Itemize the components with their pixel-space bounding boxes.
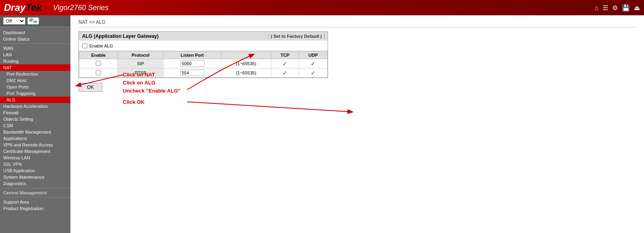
rtsp-port-input[interactable] — [180, 70, 204, 76]
sidebar-item-ssl-vpn[interactable]: SSL VPN — [0, 161, 70, 167]
sidebar-top: Off IPv6 — [0, 15, 70, 27]
col-tcp: TCP — [271, 52, 299, 59]
sidebar-item-csm[interactable]: CSM — [0, 122, 70, 129]
sidebar: Off IPv6 Dashboard Online Status WAN LAN… — [0, 15, 70, 233]
rtsp-port-cell — [163, 68, 221, 78]
col-range — [221, 52, 271, 59]
rtsp-tcp-cell: ✓ — [271, 68, 299, 78]
sidebar-item-dmz-host[interactable]: DMZ Host — [0, 77, 70, 84]
sidebar-item-bandwidth-management[interactable]: Bandwidth Management — [0, 129, 70, 135]
annotation-click-ok: Click OK — [123, 99, 144, 105]
sidebar-item-applications[interactable]: Applications — [0, 135, 70, 142]
sidebar-item-online-status[interactable]: Online Status — [0, 36, 70, 42]
menu-icon[interactable]: ☰ — [603, 4, 608, 12]
sidebar-item-wireless[interactable]: Wireless LAN — [0, 155, 70, 161]
sidebar-item-usb[interactable]: USB Application — [0, 167, 70, 174]
logo: DrayTek — [4, 2, 42, 13]
sidebar-item-objects-setting[interactable]: Objects Setting — [0, 116, 70, 122]
sidebar-item-lan[interactable]: LAN — [0, 52, 70, 58]
dropdown-off[interactable]: Off — [3, 17, 25, 25]
alg-container: ALG (Application Layer Gateway) | Set to… — [78, 31, 328, 78]
set-factory-link[interactable]: | Set to Factory Default | — [268, 34, 324, 39]
col-protocol: Protocol — [118, 52, 163, 59]
table-row: RTSP (1~65535) ✓ ✓ — [79, 68, 328, 78]
rtsp-tcp-check: ✓ — [283, 70, 287, 76]
sidebar-item-hardware-acceleration[interactable]: Hardware Acceleration — [0, 103, 70, 109]
sip-enable-checkbox[interactable] — [96, 61, 101, 66]
alg-header: ALG (Application Layer Gateway) | Set to… — [79, 32, 328, 41]
rtsp-enable-checkbox[interactable] — [96, 70, 101, 75]
col-udp: UDP — [299, 52, 327, 59]
logout-icon[interactable]: ⏏ — [634, 4, 640, 12]
rtsp-udp-cell: ✓ — [299, 68, 327, 78]
col-enable: Enable — [79, 52, 118, 59]
rtsp-protocol-cell: RTSP — [118, 68, 163, 78]
save-icon[interactable]: 💾 — [622, 4, 630, 12]
main-content: NAT >> ALG ALG (Application Layer Gatewa… — [70, 15, 644, 233]
sip-protocol-cell: SIP — [118, 59, 163, 68]
rtsp-udp-check: ✓ — [311, 70, 316, 76]
table-row: SIP (1~65535) ✓ ✓ — [79, 59, 328, 68]
sidebar-item-diagnostics[interactable]: Diagnostics — [0, 180, 70, 187]
enable-alg-checkbox[interactable] — [82, 43, 87, 48]
sip-port-cell — [163, 59, 221, 68]
alg-title: ALG (Application Layer Gateway) — [82, 33, 159, 39]
col-listen-port: Listen Port — [163, 52, 221, 59]
sidebar-item-central-mgmt[interactable]: Central Management — [0, 190, 70, 196]
sidebar-item-routing[interactable]: Routing — [0, 58, 70, 64]
sip-udp-cell: ✓ — [299, 59, 327, 68]
sidebar-item-port-redirection[interactable]: Port Redirection — [0, 71, 70, 77]
ok-button[interactable]: OK — [78, 83, 102, 92]
ipv6-badge[interactable]: IPv6 — [27, 17, 39, 25]
sidebar-item-firewall[interactable]: Firewall — [0, 109, 70, 116]
logo-area: DrayTek Vigor2760 Series — [4, 2, 109, 13]
sidebar-item-port-triggering[interactable]: Port Triggering — [0, 90, 70, 97]
header: DrayTek Vigor2760 Series ⌂ ☰ ⚙ 💾 ⏏ — [0, 0, 644, 15]
sidebar-item-nat[interactable]: NAT — [0, 64, 70, 71]
model-name: Vigor2760 Series — [53, 4, 109, 12]
annotation-uncheck-alg: Uncheck "Enable ALG" — [123, 88, 180, 94]
sidebar-item-alg[interactable]: ALG — [0, 97, 70, 103]
annotation-click-alg: Click on ALG — [123, 80, 155, 86]
sidebar-item-product-reg[interactable]: Product Registration — [0, 205, 70, 212]
settings-icon[interactable]: ⚙ — [612, 4, 618, 12]
sidebar-item-certificate[interactable]: Certificate Management — [0, 148, 70, 155]
rtsp-range-cell: (1~65535) — [221, 68, 271, 78]
header-icons: ⌂ ☰ ⚙ 💾 ⏏ — [594, 4, 640, 12]
breadcrumb: NAT >> ALG — [78, 19, 636, 27]
layout: Off IPv6 Dashboard Online Status WAN LAN… — [0, 15, 644, 233]
alg-table: Enable Protocol Listen Port TCP UDP SIP … — [79, 51, 328, 78]
sidebar-item-system[interactable]: System Maintenance — [0, 174, 70, 180]
enable-alg-label[interactable]: Enable ALG — [89, 43, 113, 48]
rtsp-enable-cell — [79, 68, 118, 78]
sip-range-cell: (1~65535) — [221, 59, 271, 68]
sip-enable-cell — [79, 59, 118, 68]
enable-alg-row: Enable ALG — [79, 41, 328, 51]
sidebar-item-dashboard[interactable]: Dashboard — [0, 29, 70, 36]
sidebar-item-wan[interactable]: WAN — [0, 45, 70, 52]
sip-tcp-cell: ✓ — [271, 59, 299, 68]
sip-udp-check: ✓ — [311, 60, 316, 67]
sip-tcp-check: ✓ — [283, 60, 287, 67]
sidebar-item-open-ports[interactable]: Open Ports — [0, 84, 70, 90]
sidebar-item-support[interactable]: Support Area — [0, 199, 70, 205]
sip-port-input[interactable] — [180, 60, 204, 67]
home-icon[interactable]: ⌂ — [594, 4, 599, 11]
sidebar-item-vpn[interactable]: VPN and Remote Access — [0, 142, 70, 148]
svg-line-2 — [187, 102, 352, 112]
